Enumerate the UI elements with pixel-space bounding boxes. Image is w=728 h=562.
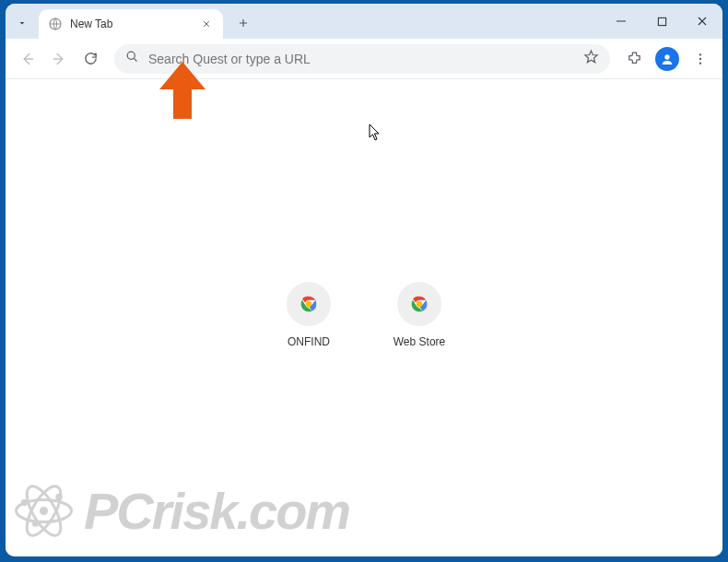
close-icon <box>697 16 708 27</box>
shortcuts-grid: ONFIND Web Store <box>272 282 456 348</box>
profile-avatar-icon <box>655 47 679 71</box>
tab-close-button[interactable] <box>199 17 214 31</box>
extensions-button[interactable] <box>619 44 649 74</box>
maximize-button[interactable] <box>641 6 682 37</box>
search-icon <box>125 50 139 67</box>
svg-point-4 <box>699 53 701 55</box>
svg-point-8 <box>306 301 312 308</box>
shortcut-icon <box>287 282 331 326</box>
forward-button[interactable] <box>44 44 74 74</box>
shortcut-webstore[interactable]: Web Store <box>382 282 456 348</box>
menu-button[interactable] <box>686 44 715 74</box>
shortcut-label: Web Store <box>393 335 445 348</box>
toolbar <box>6 39 722 79</box>
shortcut-icon <box>397 282 441 326</box>
shortcut-onfind[interactable]: ONFIND <box>272 282 346 348</box>
arrow-left-icon <box>19 51 36 67</box>
svg-point-3 <box>664 54 669 59</box>
reload-button[interactable] <box>76 44 105 74</box>
tab-strip: New Tab <box>6 4 722 39</box>
shortcut-label: ONFIND <box>288 335 330 348</box>
close-window-button[interactable] <box>682 6 722 37</box>
address-bar[interactable] <box>114 44 610 74</box>
globe-icon <box>48 17 63 31</box>
back-button[interactable] <box>13 44 42 74</box>
chrome-icon <box>299 295 318 313</box>
maximize-icon <box>657 17 667 27</box>
arrow-right-icon <box>51 51 67 67</box>
toolbar-actions <box>619 44 715 74</box>
chrome-icon <box>410 295 429 313</box>
svg-rect-1 <box>658 18 665 25</box>
new-tab-button[interactable] <box>230 10 256 36</box>
svg-point-6 <box>699 62 701 64</box>
plus-icon <box>237 17 250 29</box>
dots-vertical-icon <box>693 52 708 66</box>
reload-icon <box>83 51 99 66</box>
svg-point-5 <box>699 57 701 59</box>
address-input[interactable] <box>148 52 583 66</box>
window-controls <box>601 4 722 39</box>
svg-point-10 <box>417 301 423 308</box>
chevron-down-icon <box>17 18 28 29</box>
tab-title: New Tab <box>70 18 199 30</box>
browser-window: New Tab <box>6 4 722 556</box>
active-tab[interactable]: New Tab <box>39 9 223 39</box>
profile-button[interactable] <box>652 44 682 74</box>
minimize-button[interactable] <box>601 6 641 37</box>
new-tab-page: ONFIND Web Store <box>6 79 722 556</box>
bookmark-button[interactable] <box>583 49 599 68</box>
tab-search-button[interactable] <box>9 9 35 37</box>
minimize-icon <box>616 16 627 27</box>
star-icon <box>583 49 599 64</box>
close-icon <box>202 19 211 29</box>
extensions-icon <box>627 51 642 66</box>
svg-point-2 <box>127 52 135 59</box>
